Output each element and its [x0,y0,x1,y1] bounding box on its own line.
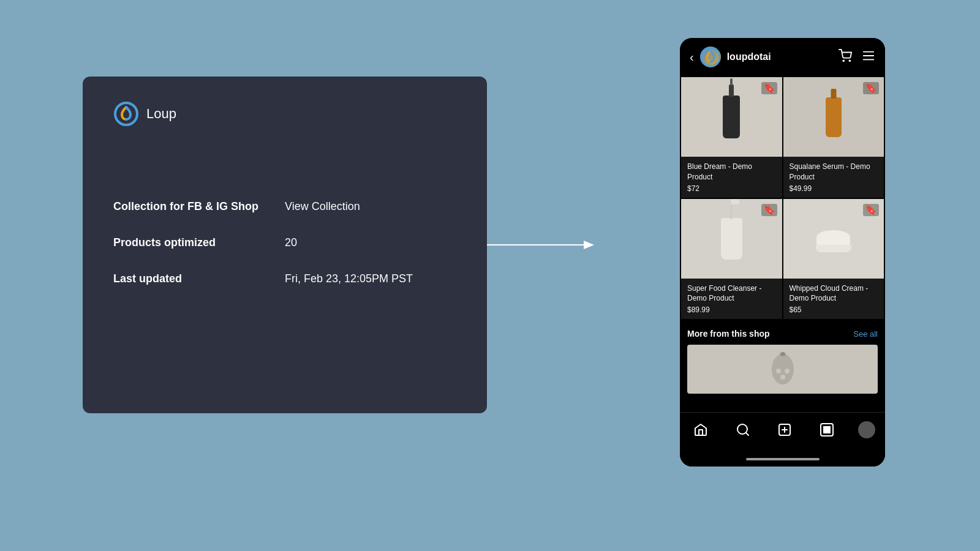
product-info-3: Super Food Cleanser - Demo Product $89.9… [681,279,782,320]
product-price-1: $72 [687,184,776,193]
back-icon[interactable]: ‹ [690,50,694,64]
updated-row: Last updated Fri, Feb 23, 12:05PM PST [113,272,456,285]
svg-point-5 [849,60,850,61]
product-image-4: 🔖 [783,199,884,279]
svg-point-4 [843,60,844,61]
more-title: More from this shop [687,329,770,339]
arrow [487,238,594,252]
ig-header-right [839,49,875,66]
more-header: More from this shop See all [687,329,878,339]
product-price-2: $49.99 [790,184,878,193]
updated-label: Last updated [113,272,285,285]
nav-add-icon[interactable] [774,419,796,441]
nav-reels-icon[interactable] [816,419,838,441]
product-card[interactable]: 🔖 Whipped Cloud Cream - Demo Product $65 [783,199,884,320]
ig-scroll-area[interactable]: 🔖 Blue Dream - Demo Product $72 🔖 Squala… [680,76,885,412]
product-card[interactable]: 🔖 Blue Dream - Demo Product $72 [681,77,782,198]
svg-rect-23 [824,430,826,433]
more-product-preview[interactable] [687,345,878,394]
menu-icon[interactable] [862,49,875,66]
product-name-3: Super Food Cleanser - Demo Product [687,283,776,304]
svg-point-14 [780,375,785,380]
ig-bottom-nav [680,412,885,452]
svg-rect-22 [827,427,830,429]
logo-area: Loup [113,101,456,127]
bottle-dark-icon [723,96,740,138]
updated-value: Fri, Feb 23, 12:05PM PST [285,272,413,285]
product-image-1: 🔖 [681,77,782,157]
ig-header: ‹ loupdotai [680,38,885,76]
svg-point-13 [785,369,790,373]
nav-search-icon[interactable] [732,419,754,441]
nav-profile-icon[interactable] [858,421,875,438]
collection-row: Collection for FB & IG Shop View Collect… [113,200,456,213]
svg-point-12 [776,369,781,373]
bookmark-icon-3[interactable]: 🔖 [761,204,777,216]
products-row: Products optimized 20 [113,236,456,249]
products-label: Products optimized [113,236,285,249]
bottle-amber-icon [826,97,842,137]
svg-rect-24 [827,430,830,433]
product-card[interactable]: 🔖 Super Food Cleanser - Demo Product $89… [681,199,782,320]
home-bar [746,458,820,460]
avatar-logo-icon [700,47,721,67]
product-name-1: Blue Dream - Demo Product [687,162,776,182]
phone-mockup: ‹ loupdotai [680,38,885,467]
product-image-3: 🔖 [681,199,782,279]
bookmark-icon-4[interactable]: 🔖 [863,204,879,216]
info-card: Loup Collection for FB & IG Shop View Co… [83,77,487,413]
products-grid: 🔖 Blue Dream - Demo Product $72 🔖 Squala… [680,76,885,320]
nav-home-icon[interactable] [690,419,712,441]
product-name-2: Squalane Serum - Demo Product [790,162,878,182]
product-image-2: 🔖 [783,77,884,157]
collection-value[interactable]: View Collection [285,200,360,213]
svg-rect-21 [824,427,826,429]
info-table: Collection for FB & IG Shop View Collect… [113,200,456,285]
ig-header-left: ‹ loupdotai [690,47,771,67]
svg-point-9 [772,354,794,384]
cream-jar-icon [816,230,850,247]
product-name-4: Whipped Cloud Cream - Demo Product [790,283,878,304]
bookmark-icon-1[interactable]: 🔖 [761,82,777,94]
see-all-link[interactable]: See all [853,329,878,339]
products-value: 20 [285,236,297,249]
loup-logo-icon [113,101,139,127]
product-info-1: Blue Dream - Demo Product $72 [681,157,782,198]
svg-point-11 [781,352,785,356]
svg-line-16 [746,433,748,435]
product-info-2: Squalane Serum - Demo Product $49.99 [783,157,884,198]
more-section: More from this shop See all [680,320,885,399]
bookmark-icon-2[interactable]: 🔖 [863,82,879,94]
ig-username[interactable]: loupdotai [727,51,771,62]
product-price-4: $65 [790,305,878,314]
logo-text: Loup [146,106,176,122]
collection-label: Collection for FB & IG Shop [113,200,285,213]
pump-bottle-icon [721,218,742,260]
svg-marker-2 [584,241,594,249]
product-info-4: Whipped Cloud Cream - Demo Product $65 [783,279,884,320]
avatar [700,47,721,67]
product-price-3: $89.99 [687,305,776,314]
preview-product-icon [767,348,798,391]
home-indicator [680,452,885,467]
product-card[interactable]: 🔖 Squalane Serum - Demo Product $49.99 [783,77,884,198]
cart-icon[interactable] [839,49,852,66]
